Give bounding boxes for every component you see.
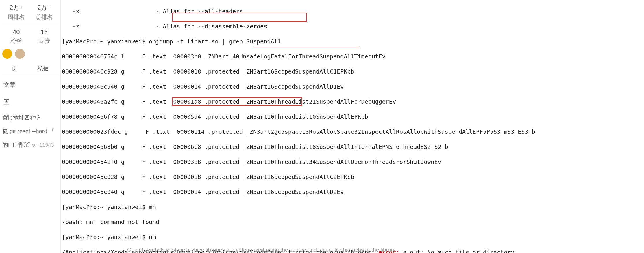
stat-weekly-rank[interactable]: 2万+ 周排名 bbox=[8, 3, 25, 21]
divider bbox=[2, 25, 58, 25]
stat-fans[interactable]: 40 粉丝 bbox=[10, 28, 22, 45]
tab-row: 页 私信 bbox=[2, 62, 58, 76]
highlight-underline bbox=[253, 47, 359, 47]
prompt-line: [yanMacPro:~ yanxianwei$ nm bbox=[62, 233, 643, 241]
related-link-2[interactable]: 夏 git reset --hard 「 bbox=[2, 124, 58, 138]
section-icon: 置 bbox=[2, 94, 58, 111]
tab-message[interactable]: 私信 bbox=[37, 65, 49, 72]
link-text: 的FTP配置 bbox=[2, 142, 31, 148]
objdump-row: 000000000046c940 g F .text 00000014 .pro… bbox=[62, 188, 643, 196]
eye-icon bbox=[32, 144, 37, 147]
section-articles: 文章 bbox=[2, 76, 58, 94]
avatar-badge-2[interactable] bbox=[15, 49, 25, 59]
objdump-row: 000000000046c940 g F .text 00000014 .pro… bbox=[62, 83, 643, 90]
objdump-row: 0000000000023fdec g F .text 00000114 .pr… bbox=[62, 128, 643, 135]
command-3: nm bbox=[145, 234, 156, 241]
views-count: 11943 bbox=[39, 142, 54, 148]
avatar-row bbox=[2, 47, 58, 62]
prompt-line: [yanMacPro:~ yanxianwei$ mn bbox=[62, 203, 643, 211]
objdump-row: 000000000046c928 g F .text 00000018 .pro… bbox=[62, 68, 643, 75]
objdump-row: 000000000046c928 g F .text 00000018 .pro… bbox=[62, 173, 643, 181]
command-1: objdump -t libart.so | grep SuspendAll bbox=[145, 38, 281, 45]
output-line: -z - Alias for --disassemble-zeroes bbox=[62, 23, 643, 30]
bottom-hint-text: Object symbols in static archive librari… bbox=[61, 247, 644, 253]
objdump-row: 00000000004668b0 g F .text 000006c8 .pro… bbox=[62, 143, 643, 151]
objdump-row: 000000000046a2fc g F .text 000001a8 .pro… bbox=[62, 98, 643, 105]
objdump-row: 0000000000466f78 g F .text 000005d4 .pro… bbox=[62, 113, 643, 120]
objdump-row: 00000000004641f0 g F .text 000003a8 .pro… bbox=[62, 158, 643, 166]
terminal[interactable]: -x - Alias for --all-headers -z - Alias … bbox=[61, 0, 644, 253]
avatar-badge-1[interactable] bbox=[2, 49, 12, 59]
views-meta: 11943 bbox=[32, 142, 54, 148]
objdump-row: 000000000046754c l F .text 000003b0 _ZN3… bbox=[62, 53, 643, 60]
command-2: mn bbox=[145, 204, 156, 210]
stats-row-1: 2万+ 周排名 2万+ 总排名 bbox=[2, 2, 58, 23]
related-link-3[interactable]: 的FTP配置 11943 bbox=[2, 138, 58, 152]
stat-likes[interactable]: 16 获赞 bbox=[38, 28, 50, 45]
stats-row-2: 40 粉丝 16 获赞 bbox=[2, 27, 58, 47]
tab-home[interactable]: 页 bbox=[12, 65, 17, 72]
prompt-line: [yanMacPro:~ yanxianwei$ objdump -t liba… bbox=[62, 38, 643, 45]
sidebar: 2万+ 周排名 2万+ 总排名 40 粉丝 16 获赞 页 私信 文章 置 置i… bbox=[0, 0, 61, 253]
related-link-1[interactable]: 置ip地址四种方 bbox=[2, 111, 58, 124]
output-line: -x - Alias for --all-headers bbox=[62, 8, 643, 15]
stat-total-rank[interactable]: 2万+ 总排名 bbox=[36, 3, 53, 21]
error-line: -bash: mn: command not found bbox=[62, 218, 643, 226]
